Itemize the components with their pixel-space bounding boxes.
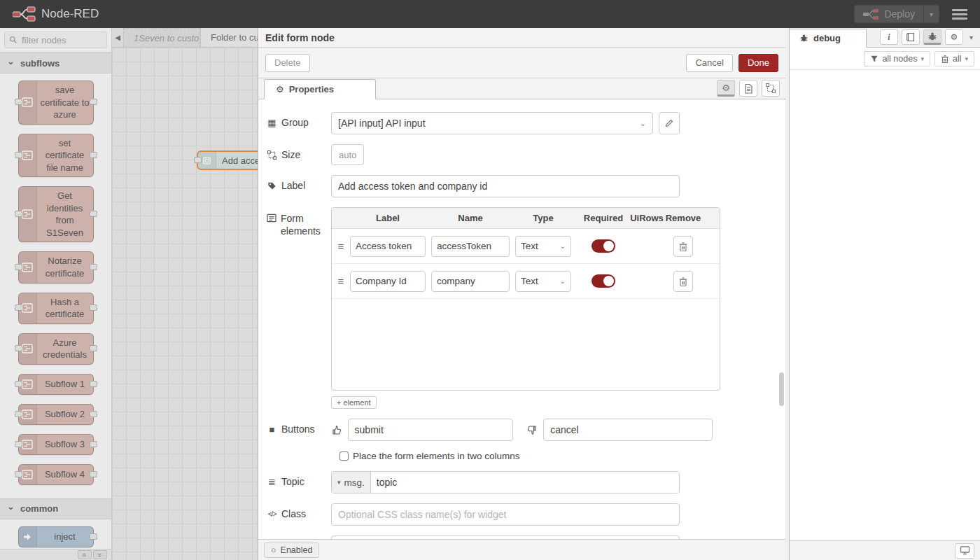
tab-appearance-button[interactable] <box>762 80 780 97</box>
drag-handle-icon[interactable]: ≡ <box>332 240 350 252</box>
open-dashboard-button[interactable] <box>955 543 974 559</box>
edit-group-button[interactable] <box>659 112 680 134</box>
name-row: Name <box>267 536 777 539</box>
tray-tab-bar: ⚙ Properties ⚙ <box>258 78 785 99</box>
config-tab-button[interactable]: ⚙ <box>945 29 963 45</box>
element-type-select[interactable]: Text⌄ <box>515 236 571 257</box>
palette-filter-row: filter nodes <box>0 28 111 52</box>
double-chevron-up-icon: « <box>80 552 89 556</box>
tab-debug[interactable]: debug <box>790 29 867 48</box>
palette-node-inject[interactable]: inject <box>18 526 94 547</box>
element-name-input[interactable] <box>431 271 510 292</box>
form-elements-label: Form elements <box>267 207 331 237</box>
palette-category-subflows[interactable]: ⌄ subflows <box>0 52 111 74</box>
clear-messages-button[interactable]: all ▾ <box>934 51 974 66</box>
cancel-button[interactable]: Cancel <box>686 54 732 72</box>
required-toggle[interactable] <box>592 239 615 253</box>
palette-node-notarize-certificate[interactable]: Notarize certificate <box>18 251 94 283</box>
debug-message-list[interactable] <box>790 70 980 540</box>
debug-toolbar: all nodes ▾ all ▾ <box>790 48 980 70</box>
info-tab-button[interactable]: i <box>880 29 898 45</box>
palette-node-subflow-3[interactable]: Subflow 3 <box>18 434 94 455</box>
palette-node-save-certificate[interactable]: save certificate to azure <box>18 80 94 125</box>
topic-type-button[interactable]: ▾ msg. <box>332 472 371 493</box>
tab-scroll-left-button[interactable]: ◀ <box>112 28 123 47</box>
deploy-button[interactable]: Deploy ▾ <box>854 5 939 23</box>
tab-node-settings-button[interactable]: ⚙ <box>717 80 735 97</box>
caret-down-icon: ▾ <box>930 10 933 18</box>
palette-node-set-certificate-name[interactable]: set certificate file name <box>18 134 94 178</box>
filter-nodes-button[interactable]: all nodes ▾ <box>864 51 930 66</box>
palette-node-subflow-2[interactable]: Subflow 2 <box>18 404 94 425</box>
palette-node-get-identities[interactable]: Get identities from S1Seven <box>18 186 94 242</box>
collapse-all-button[interactable]: « <box>78 550 92 559</box>
element-name-input[interactable] <box>431 236 510 257</box>
palette-search-placeholder: filter nodes <box>22 35 66 46</box>
two-columns-checkbox[interactable] <box>340 451 349 461</box>
tray-toolbar: Delete Cancel Done <box>258 48 785 78</box>
thumbs-up-icon <box>331 425 342 435</box>
right-sidebar: debug i ⚙ ▾ <box>790 28 980 560</box>
topic-label: ≣ Topic <box>267 471 331 487</box>
more-tabs-button[interactable]: ▾ <box>967 34 976 41</box>
palette-node-azure-credentials[interactable]: Azure credentials <box>18 333 94 365</box>
tab-properties[interactable]: ⚙ Properties <box>264 79 376 99</box>
done-button[interactable]: Done <box>738 54 778 72</box>
palette-scroll-area[interactable]: ⌄ subflows save certificate to azure set… <box>0 52 111 549</box>
main-menu-button[interactable] <box>952 9 967 20</box>
sidebar-resize-handle[interactable] <box>785 28 790 560</box>
submit-button-input[interactable] <box>348 419 513 441</box>
workspace-tab-s1seven[interactable]: 1Seven to custo <box>123 28 200 47</box>
element-type-select[interactable]: Text⌄ <box>515 271 571 292</box>
topic-value-input[interactable] <box>371 472 679 493</box>
delete-button[interactable]: Delete <box>265 54 310 72</box>
required-toggle[interactable] <box>592 274 615 288</box>
class-label: </> Class <box>267 503 331 519</box>
enabled-toggle-button[interactable]: ○ Enabled <box>264 542 319 558</box>
element-label-input[interactable] <box>350 271 426 292</box>
remove-element-button[interactable] <box>673 236 693 257</box>
drag-handle-icon[interactable]: ≡ <box>332 275 350 287</box>
cancel-button-input[interactable] <box>543 419 713 441</box>
debug-tab-button[interactable] <box>923 29 941 45</box>
chevron-down-icon: ⌄ <box>640 119 646 128</box>
tray-body: ▦ Group [API input] API input ⌄ <box>258 99 785 539</box>
search-icon <box>9 36 18 44</box>
node-label-input[interactable] <box>331 175 680 197</box>
bug-icon <box>799 34 808 43</box>
palette-node-subflow-1[interactable]: Subflow 1 <box>18 374 94 395</box>
buttons-row: ■ Buttons <box>267 419 777 441</box>
chevron-down-icon: ⌄ <box>560 242 566 250</box>
name-label: Name <box>267 536 331 539</box>
gear-icon: ⚙ <box>951 32 958 42</box>
file-icon <box>743 83 753 94</box>
deploy-options-caret[interactable]: ▾ <box>923 6 939 22</box>
palette-search-input[interactable]: filter nodes <box>4 31 107 48</box>
name-input[interactable] <box>331 536 680 539</box>
remove-element-button[interactable] <box>673 271 693 292</box>
expand-all-button[interactable]: » <box>93 550 107 559</box>
palette-category-common[interactable]: ⌄ common <box>0 498 111 519</box>
tag-icon <box>267 181 277 190</box>
buttons-label: ■ Buttons <box>267 419 331 435</box>
node-input-port <box>194 157 202 163</box>
sidebar-icon-buttons: i ⚙ ▾ <box>880 29 980 47</box>
caret-down-icon: ▾ <box>965 55 968 62</box>
size-auto-button[interactable]: auto <box>331 144 364 165</box>
element-label-input[interactable] <box>350 236 426 257</box>
double-chevron-down-icon: » <box>96 552 104 556</box>
tab-description-button[interactable] <box>739 80 757 97</box>
column-header-name: Name <box>431 213 510 223</box>
class-input[interactable] <box>331 503 680 526</box>
chevron-left-icon: ◀ <box>115 34 120 41</box>
help-tab-button[interactable] <box>902 29 920 45</box>
deploy-icon <box>863 9 878 20</box>
palette-node-subflow-4[interactable]: Subflow 4 <box>18 464 94 485</box>
palette-node-hash-certificate[interactable]: Hash a certificate <box>18 293 94 324</box>
filter-icon <box>870 55 878 63</box>
tray-scrollbar[interactable] <box>779 176 784 514</box>
add-element-button[interactable]: + element <box>331 396 377 409</box>
group-select[interactable]: [API input] API input ⌄ <box>331 112 653 134</box>
plus-icon: + <box>337 398 341 407</box>
scrollbar-thumb[interactable] <box>779 372 784 406</box>
